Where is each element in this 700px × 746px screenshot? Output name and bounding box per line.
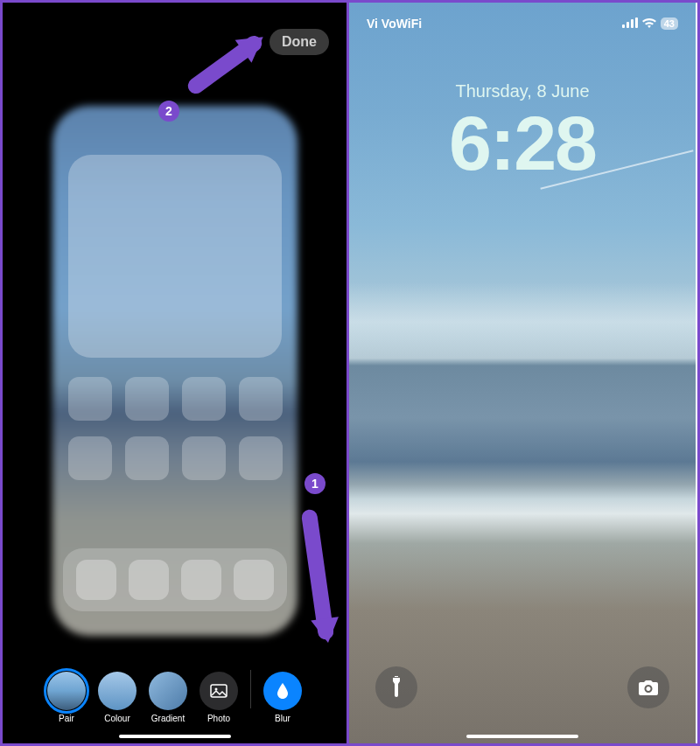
annotation-badge-2: 2 [158, 101, 179, 122]
widget-placeholder [68, 155, 282, 358]
app-row [68, 436, 283, 480]
done-button[interactable]: Done [270, 29, 329, 55]
blur-icon [263, 672, 302, 710]
flashlight-button[interactable] [375, 666, 417, 708]
dock-app-placeholder [181, 560, 221, 600]
app-placeholder [125, 377, 169, 421]
annotation-arrow [185, 32, 264, 96]
camera-button[interactable] [627, 666, 669, 708]
option-label: Photo [207, 714, 230, 723]
option-blur[interactable]: Blur [263, 672, 302, 723]
annotation-badge-1: 1 [304, 473, 326, 494]
app-placeholder [182, 436, 226, 480]
app-placeholder [239, 436, 283, 480]
option-gradient[interactable]: Gradient [149, 672, 187, 723]
option-label: Colour [104, 714, 130, 723]
svg-rect-0 [211, 685, 227, 697]
lock-screen: Vi VoWiFi 43 Thursday, 8 June 6:28 [349, 3, 696, 743]
home-indicator[interactable] [466, 735, 578, 738]
dock-app-placeholder [76, 560, 116, 600]
app-placeholder [125, 436, 169, 480]
app-placeholder [68, 436, 112, 480]
app-placeholder [68, 377, 112, 421]
lock-screen-time[interactable]: 6:28 [349, 99, 696, 188]
wallpaper-clouds [349, 282, 696, 361]
home-screen-preview[interactable] [52, 106, 298, 636]
option-label: Blur [275, 714, 290, 723]
pair-icon [47, 672, 86, 710]
wallpaper-editor-screen: Done 2 1 [3, 3, 349, 743]
dock-app-placeholder [129, 560, 169, 600]
dock [63, 548, 287, 611]
carrier-label: Vi VoWiFi [367, 17, 422, 31]
signal-icon [622, 17, 638, 31]
status-bar: Vi VoWiFi 43 [349, 15, 696, 32]
option-label: Gradient [151, 714, 185, 723]
svg-rect-5 [635, 17, 638, 28]
option-pair[interactable]: Pair [47, 672, 86, 723]
annotation-arrow [301, 508, 335, 640]
colour-icon [98, 672, 136, 710]
wifi-icon [642, 17, 656, 31]
wallpaper-options-bar: Pair Colour Gradient Photo Bl [3, 670, 346, 724]
svg-rect-3 [626, 22, 629, 28]
gradient-icon [149, 672, 187, 710]
photo-icon [200, 672, 238, 710]
svg-rect-4 [631, 19, 634, 28]
svg-rect-2 [622, 24, 625, 28]
battery-indicator: 43 [661, 17, 678, 30]
app-row [68, 377, 283, 421]
app-placeholder [239, 377, 283, 421]
dock-app-placeholder [234, 560, 274, 600]
home-indicator[interactable] [119, 735, 231, 738]
option-photo[interactable]: Photo [200, 672, 238, 723]
option-colour[interactable]: Colour [98, 672, 136, 723]
separator [250, 670, 251, 708]
option-label: Pair [59, 714, 74, 723]
app-placeholder [182, 377, 226, 421]
